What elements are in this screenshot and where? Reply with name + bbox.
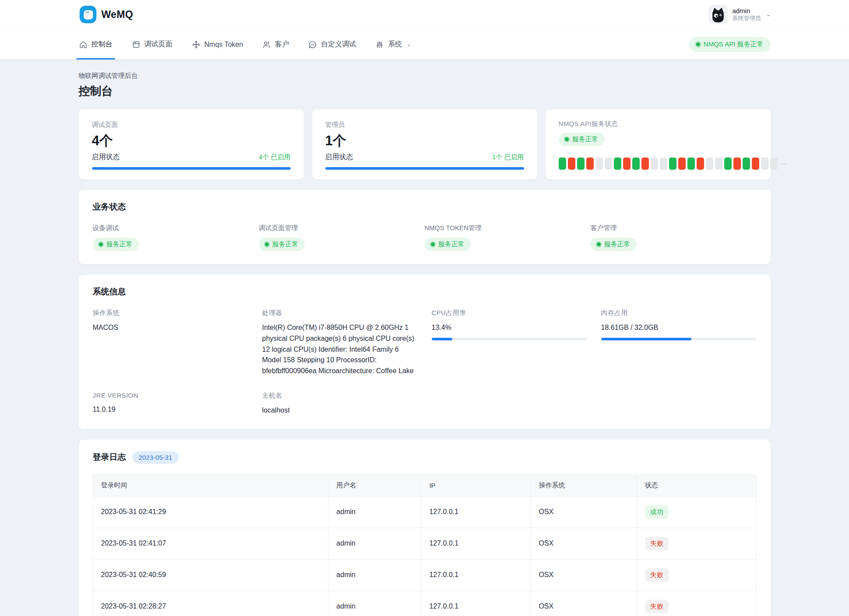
column-header: IP (421, 474, 531, 496)
enabled-status-value: 1个 已启用 (492, 153, 524, 161)
health-block (641, 158, 649, 170)
health-block (669, 158, 676, 170)
cell-ip: 127.0.0.1 (421, 528, 531, 559)
table-row: 2023-05-31 02:40:59 admin 127.0.0.1 OSX … (93, 559, 756, 591)
health-block (752, 158, 759, 170)
health-block (577, 158, 585, 170)
nav-item[interactable]: 客户 (262, 29, 289, 60)
health-block (678, 158, 686, 170)
nmqs-card-label: NMQS API服务状态 (559, 120, 757, 128)
nav-item-label: 客户 (275, 40, 289, 49)
user-menu[interactable]: admin 系统管理员 ⌄ (708, 5, 770, 24)
section-title: 登录日志 (93, 452, 126, 463)
nav-item[interactable]: 自定义调试 (308, 29, 356, 60)
cpu-usage-info: CPU占用率 13.4% (432, 309, 587, 377)
status-dot-icon (265, 242, 269, 246)
cell-status: 失败 (637, 559, 756, 591)
login-log-table: 登录时间用户名IP操作系统状态 2023-05-31 02:41:29 admi… (93, 474, 757, 616)
nav-item[interactable]: 系统 ⌄ (375, 29, 411, 60)
cell-os: OSX (531, 496, 637, 528)
sliders-icon (375, 40, 384, 49)
status-dot-icon (431, 242, 435, 246)
cell-username: admin (328, 559, 421, 591)
cell-ip: 127.0.0.1 (421, 559, 531, 591)
business-item-label: 调试页面管理 (259, 224, 425, 232)
stat-card: 管理员 1个 启用状态 1个 已启用 (312, 109, 537, 179)
service-status-badge: 服务正常 (259, 238, 305, 251)
status-dot-icon (696, 42, 700, 46)
health-block (770, 158, 778, 170)
cpu-info: 处理器 Intel(R) Core(TM) i7-8850H CPU @ 2.6… (262, 309, 418, 377)
chevron-down-icon: ⌄ (407, 42, 411, 47)
stat-card-value: 4个 (92, 132, 291, 150)
business-item-label: NMQS TOKEN管理 (425, 224, 591, 232)
health-block (586, 158, 594, 170)
chevron-down-icon: ⌄ (766, 11, 770, 18)
user-name: admin (732, 7, 761, 15)
api-status-badge: NMQS API 服务正常 (689, 37, 771, 52)
enabled-status-label: 启用状态 (325, 153, 353, 162)
health-block (706, 158, 713, 170)
business-status-item: 客户管理 服务正常 (591, 224, 757, 251)
nav-item[interactable]: Nmqs Token (192, 29, 243, 60)
cell-login-time: 2023-05-31 02:41:07 (93, 528, 328, 559)
progress-bar (325, 167, 524, 170)
memory-usage-bar (601, 338, 757, 340)
enabled-status-label: 启用状态 (92, 153, 120, 162)
system-info-section: 系统信息 操作系统 MACOS 处理器 Intel(R) Core(TM) i7… (79, 275, 771, 429)
brand-name: WeMQ (102, 9, 133, 21)
health-block (568, 158, 575, 170)
cell-login-time: 2023-05-31 02:40:59 (93, 559, 328, 591)
status-badge: 成功 (645, 505, 669, 519)
business-status-item: NMQS TOKEN管理 服务正常 (425, 224, 591, 251)
column-header: 用户名 (328, 474, 421, 496)
jre-info: JRE VERSION 11.0.19 (93, 392, 248, 416)
window-icon (132, 40, 141, 49)
health-block (743, 158, 750, 170)
chat-icon (308, 40, 317, 49)
health-block (733, 158, 741, 170)
nav-item[interactable]: 调试页面 (132, 29, 173, 60)
health-block (715, 158, 722, 170)
section-title: 系统信息 (93, 286, 757, 298)
main-content: 物联网调试管理后台 控制台 调试页面 4个 启用状态 4个 已启用 (79, 60, 771, 616)
health-block (623, 158, 631, 170)
section-title: 业务状态 (93, 201, 757, 213)
column-header: 登录时间 (93, 474, 328, 496)
nav-item-label: 控制台 (92, 40, 113, 49)
health-blocks: ··· (559, 158, 757, 170)
wemq-logo-icon (79, 5, 97, 24)
business-item-label: 客户管理 (591, 224, 757, 232)
business-status-section: 业务状态 设备调试 服务正常 调试页面管理 服务正常 (79, 190, 771, 264)
table-row: 2023-05-31 02:28:27 admin 127.0.0.1 OSX … (93, 591, 756, 616)
status-dot-icon (99, 242, 103, 246)
status-badge: 失败 (645, 568, 669, 582)
enabled-status-value: 4个 已启用 (259, 153, 291, 161)
health-block (595, 158, 603, 170)
hostname-info: 主机名 localhost (262, 392, 418, 416)
nav-item-label: 系统 (388, 40, 402, 49)
page-title: 控制台 (79, 84, 771, 99)
app-header: WeMQ admin 系统管理员 ⌄ (0, 0, 849, 29)
cell-login-time: 2023-05-31 02:28:27 (93, 591, 328, 616)
table-row: 2023-05-31 02:41:29 admin 127.0.0.1 OSX … (93, 496, 756, 528)
cell-os: OSX (531, 528, 637, 559)
stat-cards-row: 调试页面 4个 启用状态 4个 已启用 管理员 1个 (79, 109, 771, 179)
status-badge: 失败 (645, 537, 669, 550)
column-header: 状态 (637, 474, 756, 496)
column-header: 操作系统 (531, 474, 637, 496)
health-block (761, 158, 768, 170)
blocks-ellipsis: ··· (781, 160, 787, 167)
status-badge: 失败 (645, 600, 669, 613)
nav-items: 控制台 调试页面 Nmqs Token 客户 (79, 29, 411, 60)
health-block (687, 158, 695, 170)
health-block (614, 158, 621, 170)
os-info: 操作系统 MACOS (93, 309, 248, 377)
nav-item[interactable]: 控制台 (79, 29, 113, 60)
nav-item-label: Nmqs Token (204, 41, 243, 49)
cell-status: 失败 (637, 591, 756, 616)
business-item-label: 设备调试 (93, 224, 259, 232)
progress-bar (92, 167, 291, 170)
health-block (605, 158, 612, 170)
cell-os: OSX (531, 559, 637, 591)
